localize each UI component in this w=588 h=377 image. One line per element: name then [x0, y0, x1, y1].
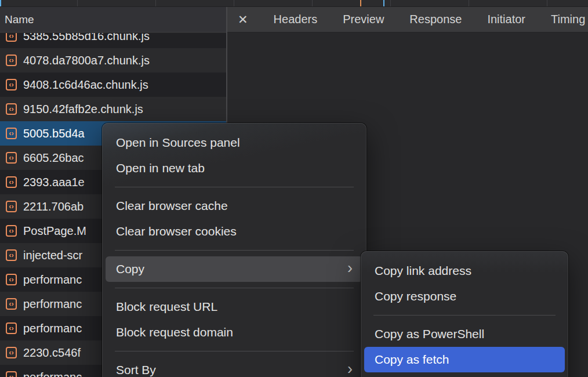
copy-submenu: Copy link addressCopy responseCopy as Po…	[361, 251, 568, 377]
menu-item-label: Copy	[116, 262, 144, 276]
menu-item-label: Sort By	[116, 363, 156, 377]
script-file-icon: ‹›	[6, 201, 17, 212]
request-row-4078-da7800a7-chunk-js[interactable]: ‹›4078.da7800a7.chunk.js	[0, 48, 226, 72]
request-name: 2230.c546f	[23, 346, 81, 360]
request-row-9408-1c6d46ac-chunk-js[interactable]: ‹›9408.1c6d46ac.chunk.js	[0, 72, 226, 97]
menu-item-label: Block request URL	[116, 300, 217, 314]
request-name: 2393.aaa1e	[23, 176, 85, 189]
close-icon[interactable]: ✕	[238, 13, 248, 27]
detail-tabs-bar: ✕ HeadersPreviewResponseInitiatorTiming	[227, 7, 588, 32]
menu-separator	[115, 187, 354, 187]
script-file-icon: ‹›	[6, 128, 17, 139]
script-file-icon: ‹›	[6, 55, 17, 66]
menu-separator	[373, 315, 556, 316]
menu-item-clear-browser-cache[interactable]: Clear browser cache	[106, 193, 363, 219]
menu-item-label: Copy link address	[375, 264, 471, 278]
network-overview-strip[interactable]	[0, 0, 588, 7]
menu-item-block-request-url[interactable]: Block request URL	[106, 294, 363, 320]
menu-item-open-in-new-tab[interactable]: Open in new tab	[106, 155, 363, 181]
tab-preview[interactable]: Preview	[343, 13, 384, 26]
menu-item-clear-browser-cookies[interactable]: Clear browser cookies	[106, 219, 363, 244]
submenu-item-copy-response[interactable]: Copy response	[364, 284, 565, 309]
menu-item-label: Block request domain	[116, 325, 233, 339]
menu-item-label: Clear browser cache	[116, 199, 228, 213]
script-file-icon: ‹›	[6, 79, 17, 90]
script-file-icon: ‹›	[6, 274, 17, 285]
timeline-marker-domcontentloaded	[360, 0, 361, 6]
script-file-icon: ‹›	[6, 103, 17, 115]
script-file-icon: ‹›	[6, 152, 17, 164]
request-name: performanc	[23, 322, 82, 335]
script-file-icon: ‹›	[6, 298, 17, 310]
submenu-item-copy-as-fetch[interactable]: Copy as fetch	[364, 347, 565, 372]
tab-timing[interactable]: Timing	[551, 13, 585, 26]
menu-separator	[115, 250, 354, 251]
chevron-right-icon: ›	[347, 369, 353, 371]
menu-item-label: Clear browser cookies	[116, 224, 237, 238]
request-name: injected-scr	[23, 249, 82, 262]
menu-item-open-in-sources-panel[interactable]: Open in Sources panel	[106, 130, 363, 155]
name-column-label: Name	[5, 13, 34, 26]
script-file-icon: ‹›	[6, 176, 17, 188]
menu-item-copy[interactable]: Copy›	[106, 256, 363, 282]
menu-separator	[115, 288, 354, 288]
timeline-marker-load	[383, 0, 384, 6]
menu-item-sort-by[interactable]: Sort By›	[106, 357, 363, 377]
script-file-icon: ‹›	[6, 347, 17, 358]
tab-response[interactable]: Response	[409, 13, 462, 26]
request-row-9150-42fafb2e-chunk-js[interactable]: ‹›9150.42fafb2e.chunk.js	[0, 97, 226, 121]
request-name: performanc	[23, 298, 82, 311]
name-column-header[interactable]: Name	[0, 7, 226, 32]
request-name: performanc	[23, 371, 82, 377]
script-file-icon: ‹›	[6, 249, 17, 261]
context-menu: Open in Sources panelOpen in new tabClea…	[102, 123, 366, 377]
menu-item-label: Copy response	[375, 289, 456, 303]
request-name: 4078.da7800a7.chunk.js	[23, 54, 150, 67]
request-name: 9150.42fafb2e.chunk.js	[23, 103, 143, 116]
request-name: 5385.55b85d16.chunk.js	[23, 33, 150, 43]
request-name: 2211.706ab	[23, 200, 84, 213]
menu-separator	[115, 351, 354, 351]
request-name: 6605.26bac	[23, 151, 84, 165]
request-name: 5005.b5d4a	[23, 127, 85, 140]
script-file-icon: ‹›	[6, 225, 17, 237]
menu-item-label: Open in new tab	[116, 161, 205, 175]
tab-headers[interactable]: Headers	[274, 13, 318, 26]
menu-item-block-request-domain[interactable]: Block request domain	[106, 320, 363, 345]
script-file-icon: ‹›	[6, 371, 17, 377]
menu-item-label: Copy as PowerShell	[375, 327, 484, 341]
submenu-item-copy-as-powershell[interactable]: Copy as PowerShell	[364, 321, 565, 347]
submenu-item-copy-link-address[interactable]: Copy link address	[364, 258, 565, 284]
script-file-icon: ‹›	[6, 322, 17, 334]
request-row-5385-55b85d16-chunk-js[interactable]: ‹›5385.55b85d16.chunk.js	[0, 33, 226, 48]
tab-initiator[interactable]: Initiator	[487, 13, 525, 26]
timeline-marker-start	[0, 0, 1, 6]
chevron-right-icon: ›	[347, 268, 353, 270]
request-name: PostPage.M	[23, 224, 86, 238]
menu-item-label: Copy as fetch	[375, 353, 449, 367]
menu-item-label: Open in Sources panel	[116, 136, 240, 150]
script-file-icon: ‹›	[6, 33, 17, 42]
request-name: 9408.1c6d46ac.chunk.js	[23, 78, 148, 92]
request-name: performanc	[23, 273, 82, 287]
